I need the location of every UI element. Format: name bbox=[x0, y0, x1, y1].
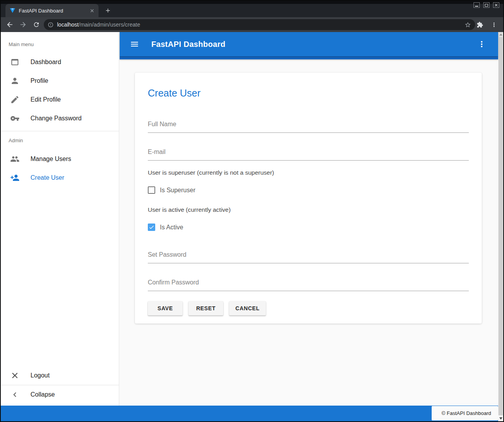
logout-label: Logout bbox=[30, 372, 50, 379]
extensions-icon bbox=[477, 21, 483, 28]
logout-x-icon bbox=[10, 371, 20, 380]
person-icon bbox=[10, 76, 20, 86]
hamburger-menu-icon[interactable] bbox=[130, 39, 139, 49]
site-info-icon[interactable] bbox=[48, 22, 54, 28]
pencil-icon bbox=[10, 95, 20, 104]
triangle-up-icon bbox=[499, 34, 502, 36]
maximize-icon bbox=[485, 4, 488, 7]
browser-window: FastAPI Dashboard bbox=[0, 0, 504, 422]
save-button[interactable]: SAVE bbox=[148, 301, 183, 315]
sidebar-section-admin: Admin bbox=[1, 131, 119, 150]
sidebar-item-label: Create User bbox=[30, 174, 64, 181]
more-vert-icon bbox=[491, 21, 497, 28]
email-input[interactable] bbox=[148, 148, 469, 160]
back-icon bbox=[6, 21, 14, 29]
superuser-checkbox-label: Is Superuser bbox=[160, 187, 196, 194]
copyright: © FastAPI Dashboard bbox=[432, 406, 498, 420]
sidebar-collapse-button[interactable]: Collapse bbox=[1, 385, 119, 404]
reset-button[interactable]: RESET bbox=[188, 301, 223, 315]
page-title: Create User bbox=[148, 88, 469, 99]
sidebar-item-label: Change Password bbox=[30, 115, 82, 122]
content-area: Create User User is superuser (currently… bbox=[120, 59, 498, 406]
scroll-down-button[interactable] bbox=[498, 415, 503, 421]
tab-favicon bbox=[9, 7, 16, 14]
reload-button[interactable] bbox=[30, 19, 42, 30]
close-button[interactable] bbox=[493, 2, 499, 8]
browser-menu-button[interactable] bbox=[488, 19, 499, 30]
dashboard-icon bbox=[10, 57, 20, 67]
check-icon bbox=[149, 224, 154, 230]
address-bar[interactable]: localhost/main/admin/users/create bbox=[44, 19, 475, 30]
url-text: localhost/main/admin/users/create bbox=[57, 21, 465, 28]
appbar-title: FastAPI Dashboard bbox=[151, 40, 226, 49]
forward-icon bbox=[19, 21, 27, 29]
form-actions: SAVE RESET CANCEL bbox=[148, 301, 469, 315]
sidebar-bottom: Logout Collapse bbox=[1, 366, 119, 406]
page-scrollbar[interactable] bbox=[498, 32, 503, 421]
window-controls bbox=[474, 2, 499, 8]
tab-title: FastAPI Dashboard bbox=[19, 8, 85, 14]
reload-icon bbox=[33, 21, 40, 28]
sidebar-item-create-user[interactable]: Create User bbox=[1, 168, 119, 187]
sidebar: Main menu Dashboard Profile Edit Profile bbox=[1, 32, 119, 406]
scroll-up-button[interactable] bbox=[498, 32, 503, 37]
is-active-checkbox[interactable] bbox=[148, 224, 155, 231]
scrollbar-thumb[interactable] bbox=[499, 37, 503, 415]
app-bar: FastAPI Dashboard bbox=[120, 32, 498, 56]
browser-titlebar: FastAPI Dashboard bbox=[1, 1, 503, 17]
triangle-down-icon bbox=[499, 417, 502, 420]
back-button[interactable] bbox=[4, 19, 16, 30]
browser-toolbar: localhost/main/admin/users/create bbox=[1, 17, 503, 32]
set-password-field-wrap bbox=[148, 251, 469, 263]
appbar-menu-button[interactable] bbox=[477, 39, 486, 49]
key-icon bbox=[10, 114, 20, 123]
create-user-card: Create User User is superuser (currently… bbox=[135, 73, 482, 324]
full-name-input[interactable] bbox=[148, 121, 469, 132]
toolbar-right bbox=[474, 19, 499, 30]
superuser-checkbox-row: Is Superuser bbox=[148, 186, 469, 194]
appbar-shadow-band bbox=[120, 56, 498, 59]
is-superuser-checkbox[interactable] bbox=[148, 186, 155, 194]
collapse-label: Collapse bbox=[30, 391, 55, 398]
sidebar-item-manage-users[interactable]: Manage Users bbox=[1, 150, 119, 168]
more-vert-icon bbox=[477, 39, 486, 49]
minimize-icon bbox=[475, 6, 478, 7]
sidebar-item-logout[interactable]: Logout bbox=[1, 366, 119, 385]
sidebar-item-change-password[interactable]: Change Password bbox=[1, 109, 119, 128]
sidebar-item-edit-profile[interactable]: Edit Profile bbox=[1, 90, 119, 109]
cancel-button[interactable]: CANCEL bbox=[229, 301, 266, 315]
people-icon bbox=[10, 154, 20, 164]
active-hint: User is active (currently active) bbox=[148, 206, 469, 213]
bookmark-star-icon[interactable] bbox=[465, 21, 471, 28]
url-host: localhost bbox=[57, 21, 79, 28]
sidebar-item-label: Manage Users bbox=[30, 156, 71, 163]
extensions-button[interactable] bbox=[474, 19, 485, 30]
sidebar-section-main: Main menu bbox=[1, 32, 119, 53]
main-area: FastAPI Dashboard Create User User is su… bbox=[120, 32, 498, 406]
superuser-hint: User is superuser (currently is not a su… bbox=[148, 169, 469, 176]
new-tab-button[interactable] bbox=[103, 6, 113, 15]
page: Main menu Dashboard Profile Edit Profile bbox=[1, 32, 503, 421]
sidebar-item-dashboard[interactable]: Dashboard bbox=[1, 53, 119, 72]
app-footer: © FastAPI Dashboard bbox=[1, 406, 498, 421]
active-checkbox-label: Is Active bbox=[160, 224, 183, 231]
maximize-button[interactable] bbox=[483, 2, 490, 8]
tab-strip: FastAPI Dashboard bbox=[1, 4, 503, 17]
chevron-left-icon bbox=[10, 390, 20, 399]
minimize-button[interactable] bbox=[474, 2, 480, 8]
confirm-password-field-wrap bbox=[148, 279, 469, 291]
person-add-icon bbox=[10, 173, 20, 182]
forward-button[interactable] bbox=[17, 19, 29, 30]
sidebar-item-label: Dashboard bbox=[30, 59, 61, 66]
set-password-input[interactable] bbox=[148, 251, 469, 263]
confirm-password-input[interactable] bbox=[148, 279, 469, 291]
email-field-wrap bbox=[148, 148, 469, 161]
full-name-field-wrap bbox=[148, 121, 469, 133]
sidebar-item-label: Edit Profile bbox=[30, 96, 61, 103]
browser-tab[interactable]: FastAPI Dashboard bbox=[5, 4, 99, 17]
sidebar-item-label: Profile bbox=[30, 77, 48, 84]
url-path: /main/admin/users/create bbox=[79, 21, 140, 28]
close-icon bbox=[495, 4, 498, 7]
tab-close-icon[interactable] bbox=[88, 7, 95, 14]
sidebar-item-profile[interactable]: Profile bbox=[1, 72, 119, 90]
